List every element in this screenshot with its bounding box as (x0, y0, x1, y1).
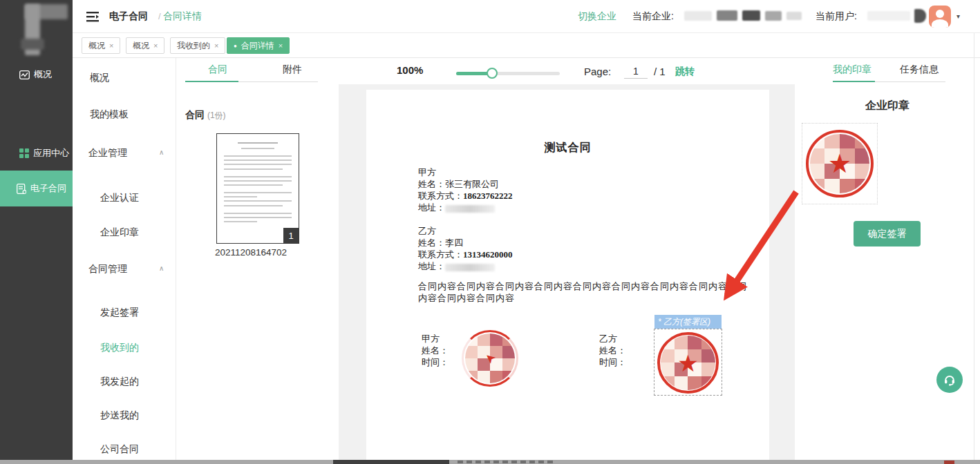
party-b-header: 乙方 (418, 226, 436, 237)
sign-b-time: 时间： (599, 357, 626, 368)
user-avatar[interactable] (929, 6, 951, 28)
grid-icon (19, 148, 29, 158)
party-b-phone: 联系方式：13134620000 (418, 249, 513, 260)
tab-chip-label: 我收到的 (177, 40, 210, 52)
avatar-person-icon (936, 10, 944, 18)
party-a-address: 地址： (418, 202, 495, 213)
nav-item-initiate-sign[interactable]: 发起签署 (100, 307, 139, 319)
seal-arrow-glyph: ➤ (450, 318, 530, 398)
thumbnail-page-badge: 1 (283, 228, 299, 243)
nav-item-company-contracts[interactable]: 公司合同 (100, 443, 139, 456)
breadcrumb-separator: / (158, 11, 161, 21)
contract-body-line: 合同内容合同内容合同内容合同内容合同内容合同内容合同内容合同内容合同 (418, 281, 747, 292)
tab-underline-active (185, 81, 238, 82)
top-header: 电子合同 / 合同详情 切换企业 当前企业: 当前用户: (73, 0, 980, 33)
current-company-label: 当前企业: (632, 10, 674, 23)
nav-item-overview[interactable]: 概况 (90, 72, 109, 84)
page-label: Page: (584, 66, 611, 77)
enterprise-seal-slot[interactable]: ★ (802, 123, 878, 204)
nav-item-cc-to-me[interactable]: 抄送我的 (100, 409, 139, 422)
contract-title: 测试合同 (366, 141, 769, 155)
open-tabs-bar: 概况 × 概况 × 我收到的 × ● 合同详情 × (73, 33, 980, 58)
nav-item-received-active[interactable]: 我收到的 (100, 342, 139, 354)
sidebar-item-e-contract[interactable]: 电子合同 (0, 171, 73, 206)
current-user-redacted (867, 9, 926, 23)
customer-service-button[interactable] (936, 367, 963, 393)
contract-thumbnail-caption: 20211208164702 (215, 247, 301, 258)
nav-group-contract-mgmt[interactable]: 合同管理 (88, 263, 127, 276)
nav-item-enterprise-seal[interactable]: 企业印章 (100, 226, 139, 239)
tab-chip-label: 合同详情 (241, 40, 274, 52)
line-chart-icon (19, 70, 30, 79)
enterprise-seal[interactable]: ★ (806, 130, 874, 197)
tab-chip-contract-detail-active[interactable]: ● 合同详情 × (227, 37, 290, 54)
breadcrumb-app[interactable]: 电子合同 (109, 10, 148, 23)
tab-my-seals[interactable]: 我的印章 (833, 64, 871, 76)
chevron-up-icon[interactable]: ∧ (159, 264, 164, 272)
enterprise-seal-title: 企业印章 (802, 99, 973, 113)
sidebar-item-label: 概况 (34, 68, 52, 81)
party-a-header: 甲方 (418, 167, 436, 178)
document-icon (17, 184, 26, 194)
current-user-label: 当前用户: (816, 10, 857, 23)
sign-b-party: 乙方 (599, 334, 617, 345)
seal-star-glyph: ★ (657, 332, 719, 394)
party-a-seal-stamp: ➤ (462, 330, 518, 387)
primary-sidebar: 概况 应用中心 电子合同 (0, 0, 73, 460)
tab-attachment[interactable]: 附件 (276, 64, 308, 76)
zoom-percent-value: 100% (397, 64, 423, 76)
bottom-edge-strip (0, 460, 980, 464)
tab-contract[interactable]: 合同 (202, 64, 234, 76)
chevron-up-icon[interactable]: ∧ (159, 148, 164, 156)
contract-group-label: 合同 (1份) (185, 109, 226, 122)
breadcrumb-current-page: 合同详情 (163, 10, 202, 23)
sign-b-name: 姓名： (599, 345, 626, 356)
contract-page: 测试合同 甲方 姓名：张三有限公司 联系方式：18623762222 地址： 乙… (366, 90, 769, 460)
active-dot-icon: ● (234, 43, 237, 49)
scrollbar-track[interactable] (974, 33, 974, 464)
sidebar-item-label: 应用中心 (33, 147, 69, 160)
party-a-name: 姓名：张三有限公司 (418, 179, 499, 190)
contract-count: (1份) (207, 110, 226, 120)
switch-company-link[interactable]: 切换企业 (578, 10, 616, 23)
zoom-slider[interactable] (456, 72, 560, 75)
sign-a-party: 甲方 (422, 334, 440, 345)
sign-a-time: 时间： (422, 357, 449, 368)
redacted-address (445, 264, 495, 271)
sidebar-item-app-center[interactable]: 应用中心 (0, 139, 73, 167)
close-icon[interactable]: × (279, 41, 283, 50)
tab-task-info[interactable]: 任务信息 (900, 64, 939, 76)
user-menu-caret-icon[interactable]: ▾ (957, 12, 960, 20)
page-number-input[interactable] (624, 64, 648, 79)
party-b-seal-stamp: ★ (657, 332, 719, 394)
close-icon[interactable]: × (153, 41, 158, 50)
party-b-name: 姓名：李四 (418, 238, 463, 249)
tab-chip-overview-1[interactable]: 概况 × (82, 37, 120, 54)
nav-group-enterprise-mgmt[interactable]: 企业管理 (88, 147, 127, 160)
contract-thumbnail[interactable]: 1 (216, 133, 299, 244)
zoom-slider-thumb[interactable] (487, 68, 498, 79)
sidebar-item-overview[interactable]: 概况 (0, 61, 73, 88)
tab-chip-received[interactable]: 我收到的 × (170, 37, 225, 54)
tab-chip-overview-2[interactable]: 概况 × (126, 37, 164, 54)
close-icon[interactable]: × (109, 41, 113, 50)
close-icon[interactable]: × (214, 41, 218, 50)
tab-underline (875, 81, 945, 82)
nav-item-my-templates[interactable]: 我的模板 (90, 108, 129, 121)
collapse-menu-icon[interactable] (86, 12, 99, 25)
nav-item-enterprise-auth[interactable]: 企业认证 (100, 192, 139, 204)
page-total: / 1 (654, 66, 666, 77)
party-b-address: 地址： (418, 261, 495, 272)
tab-chip-label: 概况 (133, 40, 149, 52)
party-a-phone: 联系方式：18623762222 (418, 191, 513, 202)
signing-panel (795, 58, 980, 460)
sidebar-item-label: 电子合同 (30, 182, 66, 195)
confirm-sign-button[interactable]: 确定签署 (854, 221, 921, 246)
nav-item-initiated-by-me[interactable]: 我发起的 (100, 376, 139, 388)
jump-to-page-button[interactable]: 跳转 (675, 66, 695, 78)
sign-zone-label: * 乙方(签署区) (654, 315, 722, 329)
app-window: 电子合同 / 合同详情 切换企业 当前企业: 当前用户: ▾ 概况 × 概况 × (0, 0, 980, 464)
redacted-address (445, 205, 495, 213)
contract-body-line: 内容合同内容合同内容 (418, 293, 515, 304)
sign-a-name: 姓名： (422, 345, 449, 356)
